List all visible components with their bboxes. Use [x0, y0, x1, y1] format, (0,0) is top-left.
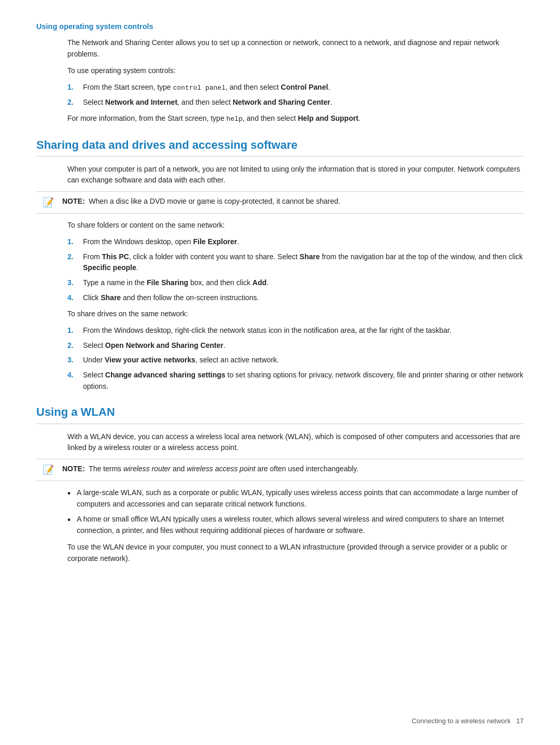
- note-label-2: NOTE:: [62, 465, 85, 473]
- section2-steps2: 1. From the Windows desktop, right-click…: [67, 325, 524, 392]
- code-help: help: [227, 115, 243, 123]
- section2-intro: When your computer is part of a network,…: [67, 164, 524, 186]
- step-2-3: 3. Type a name in the File Sharing box, …: [67, 277, 524, 289]
- section2-pre-steps1: To share folders or content on the same …: [67, 220, 524, 231]
- bullet-dot-1: •: [67, 487, 72, 510]
- step-3-3: 3. Under View your active networks, sele…: [67, 355, 524, 366]
- step-2-4: 4. Click Share and then follow the on-sc…: [67, 292, 524, 304]
- bold-control-panel: Control Panel: [281, 83, 328, 91]
- bold-change-sharing: Change advanced sharing settings: [105, 371, 226, 379]
- bold-file-sharing: File Sharing: [147, 278, 188, 287]
- step-2-1: 1. From the Windows desktop, open File E…: [67, 236, 524, 248]
- section-wlan: Using a WLAN With a WLAN device, you can…: [36, 403, 524, 564]
- bullet-text-2: A home or small office WLAN typically us…: [77, 514, 524, 536]
- bold-network-internet: Network and Internet: [105, 98, 177, 106]
- bold-this-pc: This PC: [102, 252, 129, 261]
- section2-pre-steps2: To share drives on the same network:: [67, 308, 524, 320]
- section1-intro: The Network and Sharing Center allows yo…: [67, 37, 524, 60]
- section1-heading: Using operating system controls: [36, 21, 524, 32]
- section-os-controls: Using operating system controls The Netw…: [36, 21, 524, 125]
- note-label: NOTE:: [62, 197, 85, 205]
- step-2-2: 2. From This PC, click a folder with con…: [67, 251, 524, 274]
- italic-wireless-ap: wireless access point: [187, 465, 255, 473]
- step-3-1: 1. From the Windows desktop, right-click…: [67, 325, 524, 336]
- step-num-1: 1.: [67, 82, 77, 93]
- bullet-dot-2: •: [67, 514, 72, 536]
- bold-view-networks: View your active networks: [105, 356, 195, 364]
- bold-network-sharing: Network and Sharing Center: [233, 98, 330, 106]
- section-sharing: Sharing data and drives and accessing so…: [36, 136, 524, 392]
- section2-heading: Sharing data and drives and accessing so…: [36, 136, 524, 157]
- section3-post: To use the WLAN device in your computer,…: [67, 542, 524, 564]
- footer-page: 17: [516, 717, 524, 725]
- step-1-2-text: Select Network and Internet, and then se…: [83, 97, 332, 108]
- step-1-1-text: From the Start screen, type control pane…: [83, 82, 330, 93]
- code-control-panel: control panel: [173, 84, 226, 92]
- note-icon-2: 📝: [43, 463, 57, 476]
- step-1-2: 2. Select Network and Internet, and then…: [67, 97, 524, 108]
- bold-share2: Share: [101, 293, 121, 302]
- step-1-1: 1. From the Start screen, type control p…: [67, 82, 524, 93]
- section3-note-text: NOTE: The terms wireless router and wire…: [62, 463, 358, 475]
- bullet-item-1: • A large-scale WLAN, such as a corporat…: [67, 487, 524, 510]
- bold-help-support: Help and Support: [298, 114, 358, 122]
- bold-share: Share: [300, 252, 320, 261]
- bold-add: Add: [253, 278, 267, 287]
- section3-heading: Using a WLAN: [36, 403, 524, 424]
- section1-steps: 1. From the Start screen, type control p…: [67, 82, 524, 108]
- section2-note-box: 📝 NOTE: When a disc like a DVD movie or …: [36, 191, 524, 214]
- section2-steps1: 1. From the Windows desktop, open File E…: [67, 236, 524, 303]
- bold-file-explorer: File Explorer: [193, 237, 237, 246]
- step-3-4: 4. Select Change advanced sharing settin…: [67, 370, 524, 392]
- bold-specific-people: Specific people: [83, 263, 136, 272]
- bullet-text-1: A large-scale WLAN, such as a corporate …: [77, 487, 524, 510]
- note-icon: 📝: [43, 196, 57, 209]
- footer: Connecting to a wireless network 17: [412, 716, 524, 726]
- section3-bullets: • A large-scale WLAN, such as a corporat…: [67, 487, 524, 537]
- bullet-item-2: • A home or small office WLAN typically …: [67, 514, 524, 536]
- footer-text: Connecting to a wireless network: [412, 717, 511, 725]
- section3-intro: With a WLAN device, you can access a wir…: [67, 431, 524, 454]
- section3-note-box: 📝 NOTE: The terms wireless router and wi…: [36, 459, 524, 481]
- section2-note-text: NOTE: When a disc like a DVD movie or ga…: [62, 196, 340, 207]
- section1-post: For more information, from the Start scr…: [67, 113, 524, 124]
- step-num-2: 2.: [67, 97, 77, 108]
- bold-open-network: Open Network and Sharing Center: [105, 341, 223, 349]
- italic-wireless-router: wireless router: [123, 465, 171, 473]
- section1-pre-steps: To use operating system controls:: [67, 65, 524, 77]
- step-3-2: 2. Select Open Network and Sharing Cente…: [67, 340, 524, 352]
